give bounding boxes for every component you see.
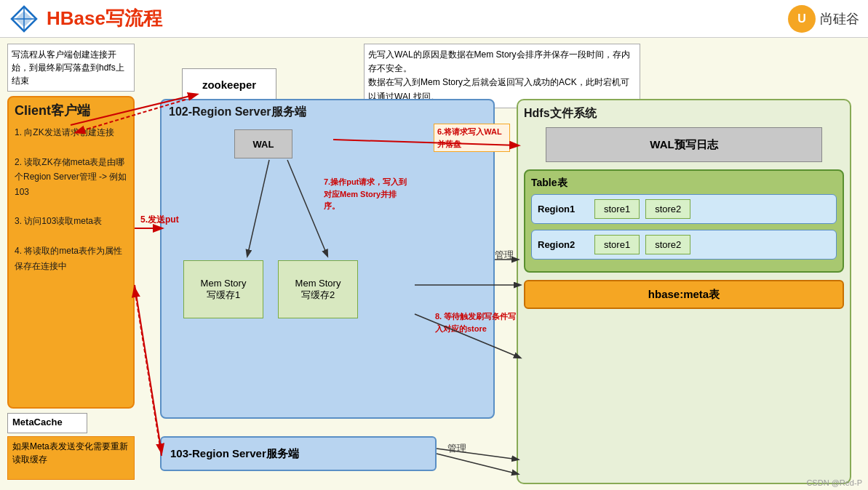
- metacache-box: MetaCache: [7, 413, 87, 433]
- hbase-meta-box: hbase:meta表: [524, 280, 844, 309]
- hdfs-title: Hdfs文件系统: [524, 106, 844, 121]
- step5-label: 5.发送put: [140, 214, 179, 226]
- brand-logo: U 尚硅谷: [788, 5, 859, 33]
- metacache-desc: 如果Meta表发送变化需要重新读取缓存: [7, 436, 135, 480]
- svg-line-16: [437, 454, 518, 474]
- store1b-box: store1: [594, 235, 640, 254]
- svg-line-7: [135, 289, 162, 456]
- manage-label-2: 管理: [447, 442, 466, 455]
- logo-icon: [9, 4, 39, 34]
- wal-label: WAL: [253, 139, 274, 150]
- zookeeper-box: zookeeper: [182, 68, 276, 100]
- watermark: CSDN @Red-P: [806, 478, 862, 487]
- store2-box: store2: [645, 199, 690, 219]
- table-box: Table表 Region1 store1 store2 Region2 sto…: [524, 169, 844, 273]
- region103-box: 103-Region Server服务端: [160, 436, 437, 471]
- header: HBase写流程 U 尚硅谷: [0, 0, 868, 38]
- step7-label: 7.操作put请求，写入到对应Mem Story并排序。: [324, 176, 407, 212]
- region102-title: 102-Region Server服务端: [162, 100, 493, 124]
- zookeeper-label: zookeeper: [202, 79, 256, 91]
- wal-log-label: WAL预写日志: [650, 138, 717, 152]
- note-text: 先写入WAL的原因是数据在Mem Story会排序并保存一段时间，存内存不安全。…: [368, 49, 630, 102]
- wal-log-box: WAL预写日志: [546, 127, 822, 162]
- hdfs-outer: Hdfs文件系统 WAL预写日志 Table表 Region1 store1 s…: [517, 99, 851, 484]
- region1-row: Region1 store1 store2: [531, 194, 837, 224]
- step6-label: 6.将请求写入WAL并落盘: [434, 124, 510, 152]
- mem-store-1: Mem Story 写缓存1: [183, 260, 263, 318]
- mem-store-2: Mem Story 写缓存2: [278, 260, 358, 318]
- metacache-title: MetaCache: [12, 417, 63, 427]
- mem-store-1-label: Mem Story 写缓存1: [201, 278, 247, 302]
- page-title: HBase写流程: [47, 6, 162, 31]
- hbase-meta-label: hbase:meta表: [648, 288, 720, 302]
- svg-line-6: [135, 285, 162, 452]
- wal-box: WAL: [234, 129, 292, 158]
- region1-label: Region1: [538, 204, 589, 214]
- store1-box: store1: [594, 199, 640, 219]
- brand-circle-icon: U: [788, 5, 816, 33]
- client-box: Client客户端 1. 向ZK发送请求创建连接 2. 读取ZK存储meta表是…: [7, 96, 135, 409]
- region2-label: Region2: [538, 239, 589, 250]
- store2b-box: store2: [645, 235, 690, 254]
- table-title: Table表: [531, 177, 837, 190]
- mem-store-2-label: Mem Story 写缓存2: [295, 278, 341, 302]
- brand-name: 尚硅谷: [820, 10, 859, 28]
- manage-label-1: 管理: [495, 249, 514, 262]
- client-steps: 1. 向ZK发送请求创建连接 2. 读取ZK存储meta表是由哪个Region …: [15, 125, 127, 273]
- region2-row: Region2 store1 store2: [531, 230, 837, 260]
- client-title: Client客户端: [15, 102, 127, 119]
- intro-text-box: 写流程从客户端创建连接开始，到最终刷写落盘到hdfs上结束: [7, 44, 135, 92]
- metacache-desc-text: 如果Meta表发送变化需要重新读取缓存: [12, 441, 128, 465]
- main-content: 写流程从客户端创建连接开始，到最终刷写落盘到hdfs上结束 先写入WAL的原因是…: [0, 38, 868, 490]
- step8-label: 8. 等待触发刷写条件写入对应的store: [435, 310, 519, 334]
- region103-title: 103-Region Server服务端: [170, 447, 299, 461]
- intro-text: 写流程从客户端创建连接开始，到最终刷写落盘到hdfs上结束: [12, 49, 124, 86]
